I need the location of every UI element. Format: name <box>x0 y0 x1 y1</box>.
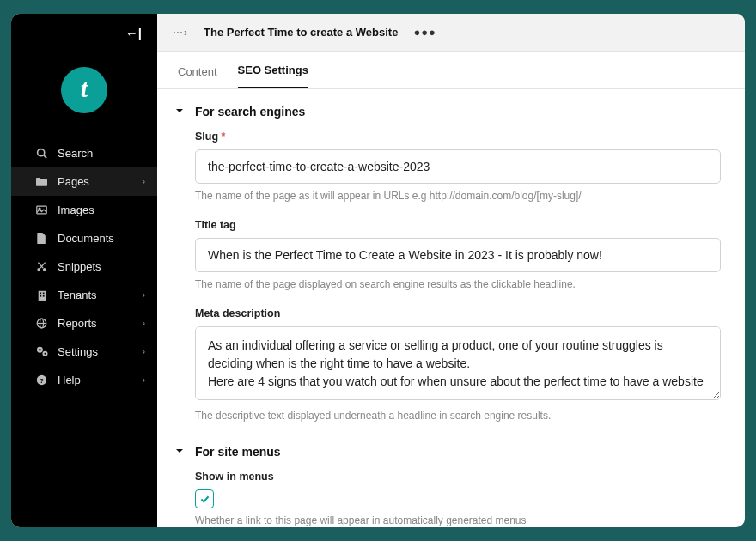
tab-seo-settings[interactable]: SEO Settings <box>238 64 308 88</box>
logo[interactable]: t <box>11 52 157 139</box>
gears-icon <box>35 346 48 357</box>
slug-input[interactable] <box>195 149 721 184</box>
main-panel: ⋯› The Perfect Time to create a Website … <box>157 14 745 527</box>
section-heading-label: For search engines <box>195 105 305 119</box>
slug-label: Slug * <box>195 131 721 143</box>
chevron-down-icon <box>174 446 186 459</box>
search-icon <box>35 148 48 159</box>
svg-rect-9 <box>40 295 41 297</box>
sidebar: ←| t Search Pages › <box>11 14 157 527</box>
show-in-menus-checkbox[interactable] <box>195 489 214 508</box>
logo-letter: t <box>81 74 88 103</box>
svg-rect-8 <box>42 293 44 295</box>
svg-rect-10 <box>42 295 44 297</box>
slug-help: The name of the page as it will appear i… <box>195 189 721 204</box>
breadcrumb-ellipsis[interactable]: ⋯› <box>173 27 188 39</box>
sidebar-item-label: Images <box>58 204 94 216</box>
sidebar-item-label: Snippets <box>58 260 101 273</box>
svg-point-5 <box>43 268 46 271</box>
sidebar-item-documents[interactable]: Documents <box>11 224 157 252</box>
sidebar-item-images[interactable]: Images <box>11 196 157 224</box>
svg-rect-6 <box>38 291 46 301</box>
svg-text:?: ? <box>40 377 44 385</box>
image-icon <box>35 205 48 215</box>
svg-rect-2 <box>37 206 46 214</box>
chevron-right-icon: › <box>143 319 145 328</box>
meta-description-label: Meta description <box>195 307 721 319</box>
help-icon: ? <box>35 374 48 386</box>
sidebar-item-label: Help <box>58 374 81 386</box>
svg-point-0 <box>38 149 45 156</box>
page-title: The Perfect Time to create a Website <box>204 26 398 39</box>
tabs: Content SEO Settings <box>157 52 745 89</box>
sidebar-item-pages[interactable]: Pages › <box>11 167 157 196</box>
svg-point-17 <box>44 353 46 355</box>
folder-icon <box>35 177 48 186</box>
sidebar-item-tenants[interactable]: Tenants › <box>11 281 157 309</box>
meta-description-input[interactable]: As an individual offering a service or s… <box>195 326 721 400</box>
header-bar: ⋯› The Perfect Time to create a Website … <box>157 14 745 52</box>
section-toggle-site-menus[interactable]: For site menus <box>174 445 721 459</box>
sidebar-item-label: Pages <box>58 175 89 188</box>
sidebar-item-snippets[interactable]: Snippets <box>11 252 157 281</box>
snippet-icon <box>35 261 48 272</box>
svg-rect-7 <box>40 293 41 295</box>
tab-content[interactable]: Content <box>178 65 217 88</box>
section-heading-label: For site menus <box>195 445 281 459</box>
globe-icon <box>35 318 48 329</box>
svg-point-15 <box>39 349 41 351</box>
sidebar-item-label: Search <box>58 147 93 160</box>
chevron-right-icon: › <box>143 290 145 300</box>
collapse-sidebar-icon[interactable]: ←| <box>125 26 142 40</box>
chevron-down-icon <box>174 106 186 119</box>
meta-description-help: The descriptive text displayed underneat… <box>195 409 721 423</box>
title-tag-input[interactable] <box>195 238 721 272</box>
show-in-menus-help: Whether a link to this page will appear … <box>195 514 721 527</box>
svg-line-1 <box>44 155 46 158</box>
document-icon <box>35 233 48 244</box>
sidebar-item-help[interactable]: ? Help › <box>11 366 157 394</box>
sidebar-item-label: Documents <box>58 232 114 245</box>
show-in-menus-label: Show in menus <box>195 471 721 483</box>
chevron-right-icon: › <box>143 177 145 186</box>
sidebar-item-reports[interactable]: Reports › <box>11 309 157 337</box>
title-tag-label: Title tag <box>195 219 721 231</box>
sidebar-item-label: Settings <box>58 345 98 358</box>
sidebar-item-settings[interactable]: Settings › <box>11 337 157 366</box>
section-toggle-search-engines[interactable]: For search engines <box>174 105 721 119</box>
sidebar-item-label: Tenants <box>58 289 97 301</box>
chevron-right-icon: › <box>143 375 145 385</box>
title-tag-help: The name of the page displayed on search… <box>195 277 721 292</box>
sidebar-item-search[interactable]: Search <box>11 139 157 167</box>
svg-point-4 <box>37 268 40 271</box>
sidebar-item-label: Reports <box>58 317 97 330</box>
header-actions-icon[interactable]: ●●● <box>413 26 436 39</box>
building-icon <box>35 289 48 301</box>
chevron-right-icon: › <box>143 347 145 356</box>
